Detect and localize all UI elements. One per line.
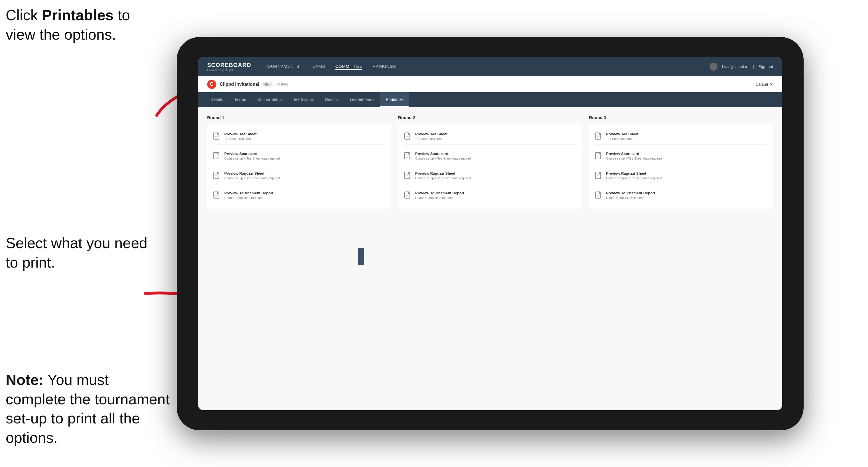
label-r2-tee-sheet: Preview Tee Sheet xyxy=(415,132,447,136)
nav-separator: | xyxy=(753,64,754,69)
label-r2-scorecard: Preview Scorecard xyxy=(415,152,471,156)
round-3-card: Preview Tee Sheet Tee Sheet required Pre… xyxy=(589,124,773,209)
round-1-tee-sheet[interactable]: Preview Tee Sheet Tee Sheet required xyxy=(213,129,385,145)
avatar xyxy=(710,63,717,71)
svg-rect-13 xyxy=(596,192,601,198)
document-icon xyxy=(404,132,412,142)
sub-r3-tournament-report: Round Completion required xyxy=(606,196,655,199)
nav-links: TOURNAMENTS TEAMS COMMITTEE RANKINGS xyxy=(265,64,709,70)
label-r3-tee-sheet: Preview Tee Sheet xyxy=(606,132,638,136)
label-r3-scorecard: Preview Scorecard xyxy=(606,152,662,156)
round-3-raguzzi[interactable]: Preview Raguzzi Sheet Course setup + Tee… xyxy=(595,168,767,184)
svg-rect-11 xyxy=(596,152,601,159)
user-email: blair@clippd.io xyxy=(722,64,748,69)
tab-printables[interactable]: Printables xyxy=(380,92,409,107)
sub-r3-tee-sheet: Tee Sheet required xyxy=(606,137,638,141)
document-icon xyxy=(404,152,412,161)
label-r3-tournament-report: Preview Tournament Report xyxy=(606,191,655,195)
sub-r2-raguzzi: Course setup + Tee Sheet data required xyxy=(415,176,471,180)
svg-rect-10 xyxy=(596,133,601,139)
document-icon xyxy=(404,172,412,181)
document-icon xyxy=(213,191,221,200)
svg-rect-8 xyxy=(405,172,410,179)
tab-tee-groups[interactable]: Tee Groups xyxy=(287,92,319,107)
sub-r1-raguzzi: Course setup + Tee Sheet data required xyxy=(224,176,280,180)
annotation-bottom: Note: You must complete the tournament s… xyxy=(6,370,171,447)
tab-course-setup[interactable]: Course Setup xyxy=(252,92,287,107)
label-r2-tournament-report: Preview Tournament Report xyxy=(415,191,464,195)
svg-rect-6 xyxy=(405,133,410,139)
round-3-tournament-report[interactable]: Preview Tournament Report Round Completi… xyxy=(595,188,767,204)
svg-rect-12 xyxy=(596,172,601,179)
round-3-column: Round 3 Preview Tee Sheet Tee Sheet requ… xyxy=(589,115,773,402)
tab-leaderboards[interactable]: Leaderboards xyxy=(344,92,380,107)
round-1-card: Preview Tee Sheet Tee Sheet required Pre… xyxy=(207,124,391,209)
sub-r3-scorecard: Course setup + Tee Sheet data required xyxy=(606,157,662,160)
tab-details[interactable]: Details xyxy=(205,92,228,107)
tournament-header: C Clippd Invitational Men Hosting Cancel… xyxy=(198,76,782,92)
document-icon xyxy=(595,172,603,181)
label-r3-raguzzi: Preview Raguzzi Sheet xyxy=(606,171,662,176)
annotation-bold: Printables xyxy=(42,7,114,23)
round-2-card: Preview Tee Sheet Tee Sheet required Pre… xyxy=(398,124,582,209)
annotation-top: Click Printables to view the options. xyxy=(6,6,160,44)
sub-tabs: Details Teams Course Setup Tee Groups Re… xyxy=(198,92,782,107)
cancel-button[interactable]: Cancel ✕ xyxy=(755,82,773,87)
svg-rect-9 xyxy=(405,192,410,198)
main-content: Round 1 Preview Tee Sheet Tee Sheet requ… xyxy=(198,107,782,410)
sub-r2-tournament-report: Round Completion required xyxy=(415,196,464,199)
round-2-tournament-report[interactable]: Preview Tournament Report Round Completi… xyxy=(404,188,577,204)
document-icon xyxy=(595,132,603,142)
round-3-tee-sheet[interactable]: Preview Tee Sheet Tee Sheet required xyxy=(595,129,767,145)
label-r1-tee-sheet: Preview Tee Sheet xyxy=(224,132,256,136)
round-1-title: Round 1 xyxy=(207,115,391,120)
tournament-status: Hosting xyxy=(276,82,288,86)
nav-committee[interactable]: COMMITTEE xyxy=(335,64,363,70)
label-r1-scorecard: Preview Scorecard xyxy=(224,152,280,156)
round-2-tee-sheet[interactable]: Preview Tee Sheet Tee Sheet required xyxy=(404,129,577,145)
round-2-scorecard[interactable]: Preview Scorecard Course setup + Tee She… xyxy=(404,149,577,164)
tournament-badge: Men xyxy=(262,82,273,87)
round-1-tournament-report[interactable]: Preview Tournament Report Round Completi… xyxy=(213,188,385,204)
sub-r2-tee-sheet: Tee Sheet required xyxy=(415,137,447,141)
document-icon xyxy=(213,172,221,181)
close-icon: ✕ xyxy=(770,82,773,87)
sub-r2-scorecard: Course setup + Tee Sheet data required xyxy=(415,157,471,160)
sub-r1-tournament-report: Round Completion required xyxy=(224,196,273,199)
tab-teams[interactable]: Teams xyxy=(228,92,252,107)
document-icon xyxy=(213,152,221,161)
document-icon xyxy=(404,191,412,200)
svg-rect-3 xyxy=(214,152,219,159)
sign-out-link[interactable]: Sign out xyxy=(758,64,773,69)
nav-tournaments[interactable]: TOURNAMENTS xyxy=(265,64,299,70)
nav-rankings[interactable]: RANKINGS xyxy=(372,64,396,70)
logo-title: SCOREBOARD xyxy=(207,62,251,68)
round-1-scorecard[interactable]: Preview Scorecard Course setup + Tee She… xyxy=(213,149,385,164)
label-r1-tournament-report: Preview Tournament Report xyxy=(224,191,273,195)
tab-results[interactable]: Results xyxy=(319,92,344,107)
tournament-logo: C xyxy=(207,80,216,89)
round-2-column: Round 2 Preview Tee Sheet Tee Sheet requ… xyxy=(398,115,582,402)
nav-teams[interactable]: TEAMS xyxy=(310,64,325,70)
round-2-raguzzi[interactable]: Preview Raguzzi Sheet Course setup + Tee… xyxy=(404,168,577,184)
label-r2-raguzzi: Preview Raguzzi Sheet xyxy=(415,171,471,176)
sidebar-toggle[interactable]: › xyxy=(358,248,364,265)
svg-rect-7 xyxy=(405,152,410,159)
svg-rect-4 xyxy=(214,172,219,179)
tablet-device: SCOREBOARD Powered by clippd TOURNAMENTS… xyxy=(177,37,804,430)
document-icon xyxy=(595,191,603,200)
tablet-screen: SCOREBOARD Powered by clippd TOURNAMENTS… xyxy=(198,57,782,410)
sub-r1-tee-sheet: Tee Sheet required xyxy=(224,137,256,141)
label-r1-raguzzi: Preview Raguzzi Sheet xyxy=(224,171,280,176)
document-icon xyxy=(595,152,603,161)
document-icon xyxy=(213,132,221,142)
round-3-title: Round 3 xyxy=(589,115,773,120)
round-2-title: Round 2 xyxy=(398,115,582,120)
round-3-scorecard[interactable]: Preview Scorecard Course setup + Tee She… xyxy=(595,149,767,164)
annotation-middle: Select what you need to print. xyxy=(6,234,160,272)
svg-rect-5 xyxy=(214,192,219,198)
top-navigation: SCOREBOARD Powered by clippd TOURNAMENTS… xyxy=(198,57,782,76)
round-1-raguzzi[interactable]: Preview Raguzzi Sheet Course setup + Tee… xyxy=(213,168,385,184)
sub-r3-raguzzi: Course setup + Tee Sheet data required xyxy=(606,176,662,180)
logo-subtitle: Powered by clippd xyxy=(207,68,251,72)
